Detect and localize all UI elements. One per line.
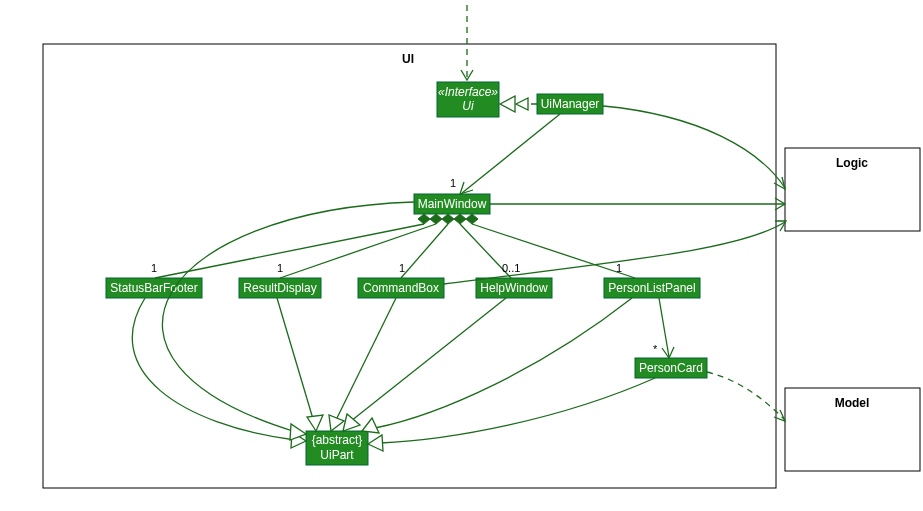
class-uimanager: UiManager [537,94,603,114]
diamond-sbf [418,214,430,224]
edge-uimanager-to-mainwindow [462,114,560,193]
diamond-rd [430,214,442,224]
class-ui-name: Ui [462,99,474,113]
class-uipart-name: UiPart [320,448,354,462]
edge-mw-to-uipart [162,202,414,432]
edge-mw-rd [280,224,436,278]
class-commandbox: CommandBox [358,278,444,298]
mult-helpwindow: 0..1 [502,262,520,274]
edge-personcard-to-model [707,372,785,420]
mult-personlistpanel: 1 [616,262,622,274]
edge-hw-to-uipart [351,298,506,421]
package-logic-label: Logic [836,156,868,170]
class-uipart-modifier: {abstract} [312,433,363,447]
edge-sbf-to-uipart [132,298,295,440]
class-commandbox-name: CommandBox [363,281,439,295]
arrowhead-uimanager-realizes-ui [516,98,528,110]
class-personlistpanel-name: PersonListPanel [608,281,695,295]
edge-plp-to-uipart [375,298,632,428]
class-resultdisplay: ResultDisplay [239,278,321,298]
edge-plp-to-personcard [659,298,669,357]
edge-mw-cb [401,224,448,278]
mult-personcard: * [653,343,658,355]
class-ui-stereotype: «Interface» [438,85,498,99]
tri-plp-to-uipart [362,418,379,433]
class-statusbarfooter: StatusBarFooter [106,278,202,298]
class-personcard: PersonCard [635,358,707,378]
uml-diagram: UI Logic Model «Interface» Ui UiManager … [0,0,923,511]
arrowhead-uimanager-realizes-ui-tri [500,96,515,112]
package-model-label: Model [835,396,870,410]
diamond-plp [466,214,478,224]
edge-pc-to-uipart [380,378,655,443]
package-ui-label: UI [402,52,414,66]
mult-resultdisplay: 1 [277,262,283,274]
edge-rd-to-uipart [277,298,313,419]
class-helpwindow-name: HelpWindow [480,281,548,295]
tri-cb-to-uipart [329,415,344,431]
diamond-hw [454,214,466,224]
class-resultdisplay-name: ResultDisplay [243,281,316,295]
class-statusbarfooter-name: StatusBarFooter [110,281,197,295]
arrowhead-uimanager-to-mainwindow [460,182,473,194]
mult-mainwindow: 1 [450,177,456,189]
tri-pc-to-uipart [368,435,383,451]
edge-uimanager-to-logic [603,106,785,188]
mult-statusbarfooter: 1 [151,262,157,274]
class-mainwindow: MainWindow [414,194,490,214]
mult-commandbox: 1 [399,262,405,274]
tri-rd-to-uipart [307,415,323,431]
class-personcard-name: PersonCard [639,361,703,375]
class-uipart: {abstract} UiPart [306,431,368,465]
edge-mw-sbf [155,224,424,278]
class-uimanager-name: UiManager [541,97,600,111]
class-helpwindow: HelpWindow [476,278,552,298]
tri-mw-to-uipart [290,424,306,440]
class-mainwindow-name: MainWindow [418,197,487,211]
diamond-cb [442,214,454,224]
edge-cb-to-uipart [336,298,396,420]
class-ui-interface: «Interface» Ui [437,82,499,117]
class-personlistpanel: PersonListPanel [604,278,700,298]
